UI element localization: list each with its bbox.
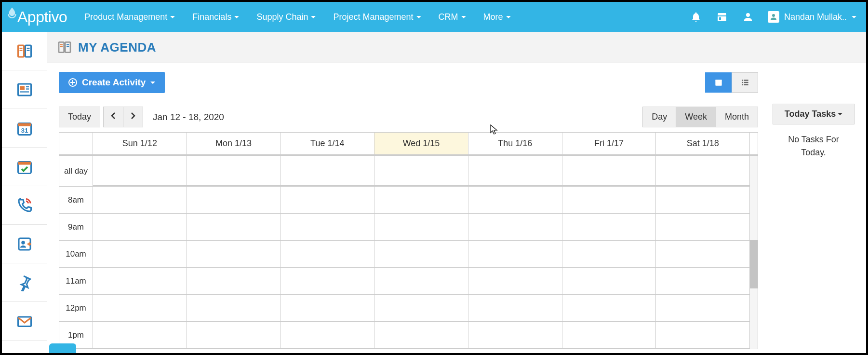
nav-crm[interactable]: CRM xyxy=(430,2,475,32)
calendar-cell[interactable] xyxy=(656,322,749,349)
day-header-today[interactable]: Wed 1/15 xyxy=(374,133,468,154)
brand-logo[interactable]: Apptivo xyxy=(2,8,76,26)
calendar-cell[interactable] xyxy=(93,268,187,295)
calendar-cell[interactable] xyxy=(280,322,374,349)
calendar-cell[interactable] xyxy=(374,241,468,268)
calendar-cell[interactable] xyxy=(374,268,468,295)
calendar-cell[interactable] xyxy=(656,241,749,268)
mini-tab[interactable] xyxy=(49,343,76,353)
view-week-button[interactable]: Week xyxy=(676,107,716,127)
calendar-cell[interactable] xyxy=(187,322,280,349)
calendar-view-button[interactable] xyxy=(705,72,732,93)
view-switch: Day Week Month xyxy=(642,107,758,127)
day-header[interactable]: Mon 1/13 xyxy=(187,133,281,154)
nav-product-management[interactable]: Product Management xyxy=(76,2,184,32)
calendar-cell[interactable] xyxy=(187,268,280,295)
calendar-cell[interactable] xyxy=(187,241,280,268)
calendar-cell[interactable] xyxy=(562,156,656,187)
calendar-cell[interactable] xyxy=(374,214,468,241)
svg-rect-29 xyxy=(744,80,748,81)
nav-financials[interactable]: Financials xyxy=(184,2,248,32)
calendar-cell[interactable] xyxy=(280,187,374,214)
nav-supply-chain[interactable]: Supply Chain xyxy=(248,2,324,32)
scrollbar-track[interactable] xyxy=(750,156,758,349)
caret-down-icon xyxy=(461,16,466,18)
calendar-cell[interactable] xyxy=(562,268,656,295)
today-tasks-button[interactable]: Today Tasks xyxy=(773,104,855,124)
sidebar-item-calls[interactable] xyxy=(2,186,47,225)
no-tasks-message: No Tasks For Today. xyxy=(773,133,855,159)
calendar-cell[interactable] xyxy=(468,214,562,241)
day-header[interactable]: Fri 1/17 xyxy=(562,133,656,154)
calendar-cell[interactable] xyxy=(468,156,562,187)
calendar-cell[interactable] xyxy=(374,295,468,322)
calendar-cell[interactable] xyxy=(280,156,374,187)
store-icon[interactable] xyxy=(716,11,728,23)
calendar-cell[interactable] xyxy=(468,268,562,295)
calendar-cell[interactable] xyxy=(468,295,562,322)
next-button[interactable] xyxy=(123,107,143,127)
calendar-cell[interactable] xyxy=(93,295,187,322)
calendar-cell[interactable] xyxy=(280,241,374,268)
calendar-cell[interactable] xyxy=(374,322,468,349)
sidebar-item-pins[interactable] xyxy=(2,263,47,302)
calendar-cell[interactable] xyxy=(656,295,749,322)
svg-rect-32 xyxy=(742,84,743,85)
time-label: 9am xyxy=(59,214,93,241)
calendar-cell[interactable] xyxy=(562,214,656,241)
list-view-button[interactable] xyxy=(732,72,758,93)
calendar-cell[interactable] xyxy=(280,214,374,241)
calendar-cell[interactable] xyxy=(656,156,749,187)
sidebar-item-contacts[interactable] xyxy=(2,225,47,263)
notifications-icon[interactable] xyxy=(690,11,702,23)
user-menu[interactable]: Nandan Mullak.. xyxy=(768,11,856,23)
nav-more[interactable]: More xyxy=(475,2,520,32)
prev-button[interactable] xyxy=(103,107,123,127)
profile-icon[interactable] xyxy=(742,11,754,23)
calendar-cell[interactable] xyxy=(280,295,374,322)
day-header[interactable]: Thu 1/16 xyxy=(468,133,562,154)
day-header[interactable]: Sun 1/12 xyxy=(93,133,187,154)
calendar-cell[interactable] xyxy=(374,156,468,187)
day-header[interactable]: Tue 1/14 xyxy=(280,133,374,154)
calendar-cell[interactable] xyxy=(562,295,656,322)
sidebar: 31 xyxy=(2,32,47,353)
sidebar-item-agenda[interactable] xyxy=(2,32,47,70)
nav-project-management[interactable]: Project Management xyxy=(324,2,429,32)
view-month-button[interactable]: Month xyxy=(716,107,758,127)
calendar-cell[interactable] xyxy=(93,187,187,214)
nav-menu: Product Management Financials Supply Cha… xyxy=(76,2,519,32)
calendar-cell[interactable] xyxy=(562,241,656,268)
calendar-cell[interactable] xyxy=(468,322,562,349)
calendar-cell[interactable] xyxy=(656,268,749,295)
sidebar-item-tasks[interactable] xyxy=(2,148,47,186)
calendar-cell[interactable] xyxy=(562,322,656,349)
calendar-cell[interactable] xyxy=(280,268,374,295)
calendar-cell[interactable] xyxy=(468,241,562,268)
calendar-column xyxy=(187,156,281,349)
calendar-cell[interactable] xyxy=(187,295,280,322)
view-day-button[interactable]: Day xyxy=(642,107,676,127)
calendar-cell[interactable] xyxy=(93,322,187,349)
today-tasks-label: Today Tasks xyxy=(785,109,836,119)
sidebar-item-news[interactable] xyxy=(2,70,47,109)
calendar-cell[interactable] xyxy=(656,214,749,241)
calendar-cell[interactable] xyxy=(187,187,280,214)
svg-rect-33 xyxy=(744,84,748,85)
sidebar-item-calendar[interactable]: 31 xyxy=(2,109,47,148)
calendar-cell[interactable] xyxy=(93,214,187,241)
today-button[interactable]: Today xyxy=(59,107,100,127)
calendar-cell[interactable] xyxy=(374,187,468,214)
create-activity-button[interactable]: Create Activity xyxy=(59,72,165,93)
sidebar-item-mail[interactable] xyxy=(2,302,47,341)
svg-rect-31 xyxy=(744,82,748,83)
calendar-cell[interactable] xyxy=(93,241,187,268)
calendar-cell[interactable] xyxy=(562,187,656,214)
day-header[interactable]: Sat 1/18 xyxy=(656,133,750,154)
calendar-cell[interactable] xyxy=(93,156,187,187)
calendar-cell[interactable] xyxy=(187,156,280,187)
calendar-cell[interactable] xyxy=(468,187,562,214)
calendar-cell[interactable] xyxy=(187,214,280,241)
calendar-cell[interactable] xyxy=(656,187,749,214)
scrollbar-thumb[interactable] xyxy=(750,240,758,288)
